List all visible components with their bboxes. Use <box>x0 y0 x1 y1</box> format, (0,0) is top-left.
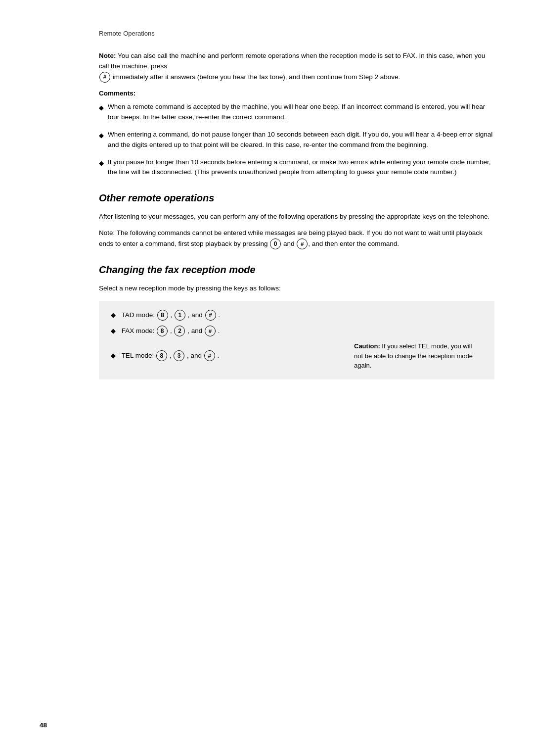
comment-item-1: ◆ When a remote command is accepted by t… <box>99 102 494 123</box>
comment-item-2: ◆ When entering a command, do not pause … <box>99 130 494 150</box>
bullet-1: ◆ <box>99 103 104 113</box>
note-block-1: Note: You can also call the machine and … <box>99 51 494 83</box>
changing-fax-intro: Select a new reception mode by pressing … <box>99 284 494 294</box>
tad-mode-content: ◆ TAD mode: 8 , 1 , and # . <box>111 310 483 321</box>
shaded-modes-box: ◆ TAD mode: 8 , 1 , and # . ◆ FAX mode: … <box>99 301 494 379</box>
tel-mode-row: ◆ TEL mode: 8 , 3 , and # . Caution: If … <box>111 341 483 371</box>
fax-bullet: ◆ <box>111 327 118 334</box>
fax-mode-content: ◆ FAX mode: 8 , 2 , and # . <box>111 326 483 336</box>
comment-item-3: ◆ If you pause for longer than 10 second… <box>99 157 494 178</box>
key-hash-2: # <box>297 238 308 249</box>
fax-key-2: 2 <box>174 326 185 336</box>
fax-key-8: 8 <box>157 326 168 336</box>
comment-text-2: When entering a command, do not pause lo… <box>108 130 494 150</box>
tad-period: . <box>218 311 220 319</box>
fax-label: FAX mode: <box>122 327 155 334</box>
comments-label: Comments: <box>99 90 494 97</box>
other-note-text2: , and then enter the command. <box>308 240 399 247</box>
comment-text-3: If you pause for longer than 10 seconds … <box>108 157 494 178</box>
tad-key-hash: # <box>205 310 216 321</box>
note1-text2: immediately after it answers (before you… <box>113 73 400 80</box>
other-note-bold: Note: <box>99 229 115 236</box>
section-header: Remote Operations <box>99 30 494 37</box>
tel-period: . <box>218 352 220 359</box>
tel-key-3: 3 <box>174 350 184 361</box>
tad-label: TAD mode: <box>122 311 155 319</box>
tad-key-1: 1 <box>175 310 185 321</box>
tel-label: TEL mode: <box>122 352 154 359</box>
fax-sep1: , <box>170 327 174 334</box>
changing-fax-title: Changing the fax reception mode <box>99 264 494 276</box>
comments-section: Comments: ◆ When a remote command is acc… <box>99 90 494 178</box>
and-1: and <box>281 240 296 247</box>
tad-mode-row: ◆ TAD mode: 8 , 1 , and # . <box>111 310 483 321</box>
tel-mode-content: ◆ TEL mode: 8 , 3 , and # . <box>111 350 344 361</box>
caution-bold: Caution: <box>354 342 380 350</box>
hash-key-1: # <box>99 72 110 83</box>
fax-sep2: , and <box>187 327 204 334</box>
tel-key-hash: # <box>204 350 215 361</box>
fax-key-hash: # <box>205 326 216 336</box>
fax-mode-row: ◆ FAX mode: 8 , 2 , and # . <box>111 326 483 336</box>
tel-key-8: 8 <box>156 350 167 361</box>
fax-period: . <box>218 327 220 334</box>
tel-sep1: , <box>170 352 174 359</box>
caution-block: Caution: If you select TEL mode, you wil… <box>354 341 483 371</box>
tad-sep2: , and <box>188 311 205 319</box>
bullet-2: ◆ <box>99 131 104 141</box>
bullet-3: ◆ <box>99 158 104 168</box>
tad-key-8: 8 <box>157 310 168 321</box>
key-0: 0 <box>270 238 281 249</box>
other-remote-note: Note: The following commands cannot be e… <box>99 228 494 249</box>
other-remote-body1: After listening to your messages, you ca… <box>99 212 494 222</box>
comment-text-1: When a remote command is accepted by the… <box>108 102 494 123</box>
other-remote-ops-title: Other remote operations <box>99 192 494 204</box>
page: Remote Operations Note: You can also cal… <box>0 0 534 756</box>
note1-text1: You can also call the machine and perfor… <box>99 52 485 70</box>
tel-sep2: , and <box>187 352 204 359</box>
tad-sep1: , <box>170 311 174 319</box>
note1-bold: Note: <box>99 52 116 59</box>
tad-bullet: ◆ <box>111 311 118 319</box>
page-number: 48 <box>40 721 47 729</box>
tel-bullet: ◆ <box>111 352 118 359</box>
section-title-label: Remote Operations <box>99 30 155 37</box>
